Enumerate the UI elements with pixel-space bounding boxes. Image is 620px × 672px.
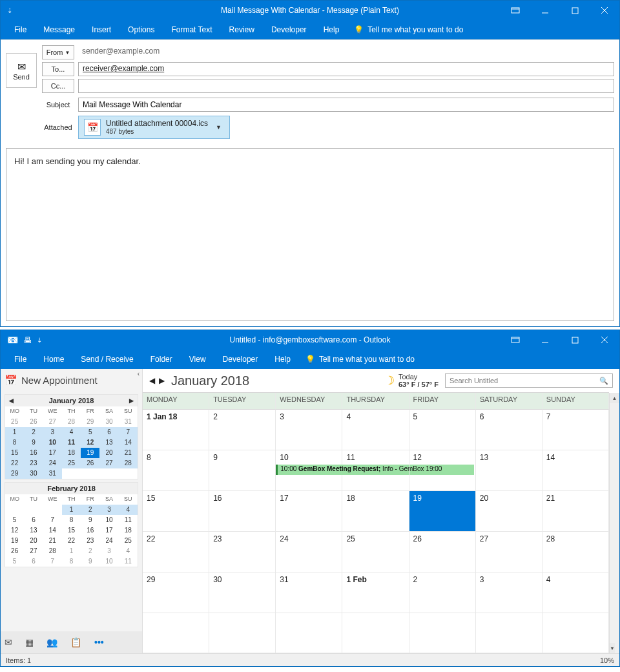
mini-cal-day[interactable]: 28 [43, 546, 62, 556]
tasks-icon[interactable]: 📋 [70, 637, 81, 647]
menu-developer[interactable]: Developer [214, 350, 267, 369]
mini-cal-day[interactable]: 24 [99, 536, 118, 546]
mini-cal-day[interactable]: 26 [24, 417, 43, 427]
mini-cal-day[interactable]: 10 [99, 556, 118, 567]
menu-folder[interactable]: Folder [142, 350, 181, 369]
mini-cal-day[interactable]: 11 [119, 556, 138, 567]
mini-cal-day[interactable]: 24 [43, 458, 62, 468]
mini-cal-day[interactable]: 26 [81, 458, 99, 468]
calendar-day[interactable]: 17 [276, 491, 342, 532]
mini-cal-day[interactable] [81, 468, 99, 479]
menu-send-receive[interactable]: Send / Receive [72, 350, 141, 369]
mini-cal-day[interactable]: 5 [81, 427, 99, 437]
calendar-day[interactable]: 28 [542, 532, 609, 572]
minimize-button[interactable] [530, 1, 560, 20]
maximize-button[interactable] [560, 330, 590, 350]
mini-cal-day[interactable]: 15 [5, 448, 24, 458]
mini-cal-day[interactable]: 2 [81, 546, 99, 556]
calendar-day[interactable]: 19 [409, 491, 476, 532]
cc-button[interactable]: Cc... [42, 79, 74, 93]
mini-cal-day[interactable]: 8 [5, 437, 24, 448]
calendar-day[interactable]: 25 [342, 532, 409, 572]
mini-cal-day[interactable]: 23 [24, 458, 43, 468]
calendar-day[interactable]: 27 [476, 532, 542, 572]
mini-cal-day[interactable]: 10 [43, 437, 62, 448]
mini-cal-day[interactable]: 30 [24, 468, 43, 479]
calendar-day[interactable] [209, 613, 276, 654]
calendar-day[interactable]: 29 [143, 572, 209, 613]
calendar-day[interactable]: 3 [276, 410, 342, 450]
mini-cal-day[interactable]: 27 [24, 546, 43, 556]
menu-view[interactable]: View [181, 350, 214, 369]
maximize-button[interactable] [560, 1, 590, 20]
tell-me-search[interactable]: 💡 Tell me what you want to do [347, 25, 470, 34]
to-button[interactable]: To... [42, 62, 74, 76]
calendar-day[interactable]: 11 [342, 450, 409, 491]
mini-cal-day[interactable]: 8 [62, 556, 81, 567]
mini-cal-day[interactable]: 3 [43, 427, 62, 437]
calendar-day[interactable]: 30 [209, 572, 276, 613]
menu-options[interactable]: Options [119, 20, 163, 39]
calendar-day[interactable]: 13 [476, 450, 542, 491]
mini-cal-day[interactable]: 14 [43, 525, 62, 536]
minimize-button[interactable] [530, 330, 560, 350]
mini-cal-day[interactable]: 25 [62, 458, 81, 468]
mini-cal-day[interactable]: 26 [5, 546, 24, 556]
mini-cal-day[interactable]: 29 [5, 468, 24, 479]
calendar-day[interactable]: 3 [476, 572, 542, 613]
mini-cal-day[interactable]: 22 [5, 458, 24, 468]
mini-cal-day[interactable] [99, 468, 118, 479]
mini-cal-day[interactable]: 6 [99, 427, 118, 437]
mini-cal-day[interactable]: 7 [119, 427, 138, 437]
calendar-day[interactable]: 2 [209, 410, 276, 450]
mini-cal-day[interactable]: 3 [99, 546, 118, 556]
mini-cal-day[interactable]: 1 [5, 427, 24, 437]
mini-cal-day[interactable]: 21 [43, 536, 62, 546]
prev-month-icon[interactable]: ◀ [9, 397, 14, 404]
mini-cal-grid[interactable]: MOTUWETHFRSASU12345678910111213141516171… [5, 494, 138, 567]
mini-cal-day[interactable]: 11 [119, 515, 138, 525]
menu-insert[interactable]: Insert [83, 20, 119, 39]
mini-cal-day[interactable]: 28 [62, 417, 81, 427]
scrollbar[interactable]: ▲ ▼ [609, 393, 619, 653]
send-button[interactable]: ✉ Send [6, 53, 37, 88]
calendar-icon[interactable]: ▦ [25, 637, 34, 647]
calendar-day[interactable] [476, 613, 542, 654]
mini-cal-day[interactable]: 23 [81, 536, 99, 546]
more-icon[interactable]: ••• [94, 637, 104, 647]
mini-cal-day[interactable]: 13 [99, 437, 118, 448]
calendar-day[interactable] [143, 613, 209, 654]
ribbon-display-icon[interactable] [501, 1, 530, 20]
calendar-day[interactable] [276, 613, 342, 654]
chevron-down-icon[interactable]: ▼ [213, 124, 224, 131]
menu-help[interactable]: Help [266, 350, 299, 369]
calendar-day[interactable] [542, 613, 609, 654]
mini-cal-day[interactable]: 20 [99, 448, 118, 458]
mini-cal-day[interactable] [62, 468, 81, 479]
mini-cal-day[interactable]: 9 [24, 437, 43, 448]
mini-cal-day[interactable]: 25 [5, 417, 24, 427]
mini-cal-day[interactable]: 5 [5, 556, 24, 567]
mini-cal-day[interactable]: 16 [81, 525, 99, 536]
mini-cal-day[interactable]: 9 [81, 556, 99, 567]
mini-cal-day[interactable]: 4 [119, 505, 138, 515]
calendar-day[interactable]: 16 [209, 491, 276, 532]
people-icon[interactable]: 👥 [46, 637, 57, 647]
calendar-day[interactable]: 6 [476, 410, 542, 450]
scroll-down-icon[interactable]: ▼ [610, 643, 615, 653]
mini-cal-day[interactable]: 19 [5, 536, 24, 546]
mini-cal-day[interactable]: 6 [24, 556, 43, 567]
mini-cal-day[interactable]: 15 [62, 525, 81, 536]
mini-cal-day[interactable] [119, 468, 138, 479]
calendar-day[interactable]: 2 [409, 572, 476, 613]
mini-cal-day[interactable]: 8 [62, 515, 81, 525]
calendar-day[interactable]: 18 [342, 491, 409, 532]
mini-cal-day[interactable]: 11 [62, 437, 81, 448]
attachment-chip[interactable]: 📅 Untitled attachment 00004.ics 487 byte… [78, 116, 230, 139]
mini-cal-day[interactable]: 21 [119, 448, 138, 458]
calendar-day[interactable] [342, 613, 409, 654]
collapse-icon[interactable]: ‹ [138, 370, 140, 377]
mini-cal-day[interactable]: 7 [43, 515, 62, 525]
calendar-day[interactable]: 26 [409, 532, 476, 572]
mini-cal-day[interactable]: 17 [99, 525, 118, 536]
